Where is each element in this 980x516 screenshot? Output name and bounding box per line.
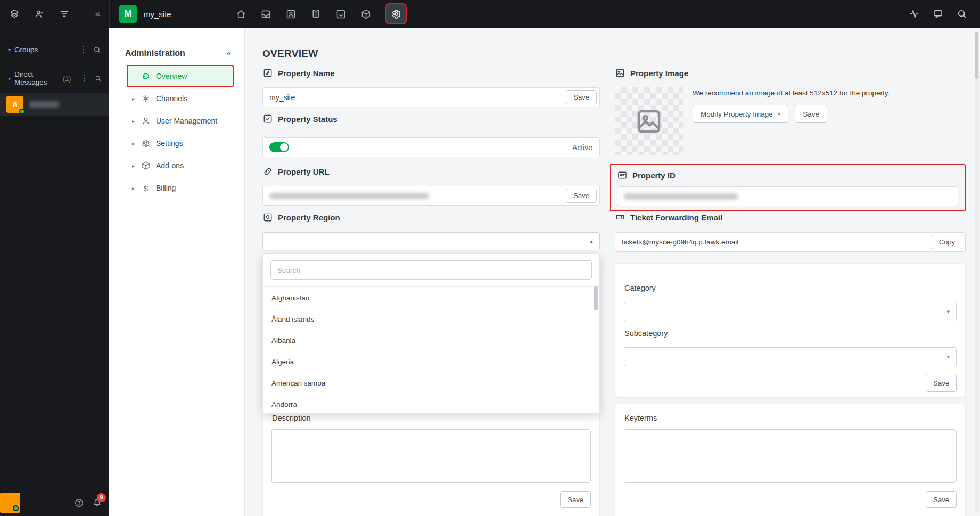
search-icon[interactable] (95, 75, 101, 83)
layers-icon[interactable] (9, 9, 20, 19)
sidebar-item-user-management[interactable]: ▸ User Management (127, 110, 234, 132)
direct-messages-label: Direct Messages (14, 70, 59, 86)
section-label-text: Property Name (278, 69, 335, 78)
region-option[interactable]: Algeria (263, 351, 599, 372)
property-image-section-label: Property Image (615, 68, 688, 78)
property-switcher[interactable]: M my_site (110, 0, 220, 28)
search-icon[interactable] (957, 9, 967, 19)
caret-right-icon[interactable]: ▸ (132, 163, 141, 169)
current-user-avatar[interactable] (0, 493, 20, 513)
sidebar-item-label: Overview (156, 72, 187, 80)
keyterms-textarea[interactable] (624, 429, 957, 483)
region-option[interactable]: Åland islands (263, 308, 599, 330)
property-name-input[interactable] (269, 93, 566, 102)
rail-collapse-icon[interactable]: « (95, 9, 100, 19)
property-url-field[interactable]: Save (262, 186, 600, 206)
region-search (270, 260, 592, 280)
image-icon (615, 68, 625, 78)
home-icon[interactable] (235, 9, 246, 20)
direct-messages-count: (1) (63, 75, 71, 83)
property-region-select[interactable]: ▴ (262, 232, 600, 250)
property-image-controls: We recommend an image of at least 512x51… (693, 87, 890, 155)
dropdown-scrollbar[interactable] (594, 286, 598, 310)
main-scrollbar[interactable] (975, 31, 979, 513)
description-textarea[interactable] (271, 429, 591, 483)
main-scrollbar-thumb[interactable] (975, 32, 978, 79)
contacts-icon[interactable] (285, 9, 297, 20)
bell-icon[interactable]: 9 (92, 498, 102, 508)
sidebar-collapse-icon[interactable]: « (227, 48, 232, 59)
sidebar-item-channels[interactable]: ▸ Channels (127, 87, 234, 110)
sidebar-item-overview[interactable]: Overview (127, 65, 234, 87)
save-button[interactable]: Save (560, 491, 591, 508)
knowledge-base-icon[interactable] (310, 9, 322, 20)
chatbot-icon[interactable] (335, 9, 347, 20)
property-id-field (617, 186, 958, 206)
avatar-letter: A (12, 100, 18, 109)
modify-property-image-button[interactable]: Modify Property Image ▾ (693, 105, 788, 123)
caret-up-icon: ▴ (590, 238, 593, 245)
caret-right-icon[interactable]: ▸ (132, 118, 141, 124)
region-search-input[interactable] (270, 260, 592, 280)
copy-button[interactable]: Copy (932, 235, 962, 249)
user-management-icon (141, 116, 151, 126)
section-label-text: Property Image (630, 69, 688, 78)
admin-sidebar-items: Overview ▸ Channels ▸ User Management ▸ … (109, 65, 244, 199)
region-option[interactable]: Afghanistan (263, 287, 599, 308)
ticket-email-section-label: Ticket Forwarding Email (615, 212, 722, 223)
caret-down-icon: ▾ (946, 308, 950, 315)
description-card: Description Save (262, 404, 600, 516)
image-placeholder-icon (635, 107, 663, 136)
help-icon[interactable] (74, 498, 84, 508)
topbar-nav (220, 3, 407, 24)
topbar-right (909, 9, 980, 19)
region-option[interactable]: Andorra (263, 394, 599, 415)
dm-list-item[interactable]: A (0, 93, 109, 116)
property-image-content: We recommend an image of at least 512x51… (615, 87, 966, 155)
id-card-icon (617, 170, 628, 181)
main-content: OVERVIEW Property Name Save Property Sta… (245, 28, 980, 516)
save-button[interactable]: Save (566, 189, 597, 203)
apps-icon[interactable] (360, 9, 372, 20)
region-option[interactable]: Albania (263, 330, 599, 351)
messenger-rail: « ▾ Groups ⋮ ▾ Direct Messages (1) ⋮ A 9 (0, 0, 109, 516)
region-option[interactable]: American samoa (263, 372, 599, 394)
sidebar-item-settings[interactable]: ▸ Settings (127, 132, 234, 154)
subcategory-select[interactable]: ▾ (624, 347, 957, 366)
administration-tab[interactable] (385, 3, 407, 24)
add-user-icon[interactable] (34, 9, 45, 19)
search-icon[interactable] (93, 46, 101, 54)
save-button[interactable]: Save (926, 491, 957, 508)
directory-card: Category ▾ Subcategory ▾ Save (615, 263, 966, 397)
save-button[interactable]: Save (926, 374, 957, 392)
caret-down-icon: ▾ (946, 354, 950, 361)
caret-right-icon[interactable]: ▸ (132, 96, 141, 102)
kebab-icon[interactable]: ⋮ (79, 73, 91, 83)
category-select[interactable]: ▾ (624, 302, 957, 321)
messaging-icon[interactable] (933, 9, 943, 19)
inbox-icon[interactable] (260, 9, 271, 20)
caret-right-icon[interactable]: ▸ (132, 141, 141, 146)
save-button[interactable]: Save (566, 90, 597, 104)
sidebar-item-label: Channels (156, 94, 187, 103)
direct-messages-section-header[interactable]: ▾ Direct Messages (1) ⋮ (0, 71, 109, 85)
monitoring-icon[interactable] (909, 9, 919, 19)
save-button[interactable]: Save (795, 105, 827, 123)
sidebar-item-billing[interactable]: ▸ $ Billing (127, 177, 234, 199)
filter-icon[interactable] (59, 9, 70, 19)
billing-icon: $ (141, 184, 151, 193)
addons-icon (141, 161, 151, 170)
edit-icon (262, 68, 273, 78)
subcategory-label: Subcategory (624, 329, 668, 338)
region-dropdown-panel: Afghanistan Åland islands Albania Algeri… (262, 253, 600, 414)
ticket-icon (615, 212, 625, 223)
caret-right-icon[interactable]: ▸ (132, 185, 141, 191)
description-label: Description (272, 414, 311, 422)
property-url-redacted-value (269, 193, 429, 199)
kebab-icon[interactable]: ⋮ (77, 45, 89, 54)
status-toggle[interactable] (269, 142, 289, 152)
sidebar-item-addons[interactable]: ▸ Add-ons (127, 154, 234, 177)
sidebar-item-label: Add-ons (156, 161, 184, 170)
online-status-dot (19, 109, 25, 114)
groups-section-header[interactable]: ▾ Groups ⋮ (0, 43, 109, 56)
